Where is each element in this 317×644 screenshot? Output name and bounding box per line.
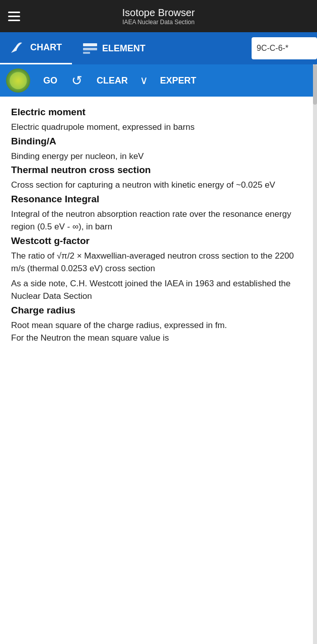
section-title-binding-a: Binding/A [11, 136, 306, 147]
section-title-charge-radius: Charge radius [11, 305, 306, 316]
tab-element-label: ELEMENT [102, 43, 145, 54]
app-title: Isotope Browser [122, 7, 195, 19]
section-westcott-note: As a side note, C.H. Westcott joined the… [11, 277, 306, 303]
section-title-resonance: Resonance Integral [11, 194, 306, 205]
section-electric-moment: Electric moment Electric quadrupole mome… [11, 107, 306, 134]
section-desc-resonance: Integral of the neutron absorption react… [11, 208, 306, 233]
app-subtitle: IAEA Nuclear Data Section [122, 19, 195, 26]
svg-rect-2 [83, 52, 90, 54]
tab-element[interactable]: ELEMENT [72, 32, 155, 64]
clear-button[interactable]: CLEAR [90, 64, 135, 97]
go-button[interactable]: GO [36, 64, 64, 97]
element-tab-icon [82, 42, 98, 54]
search-input[interactable] [257, 44, 312, 53]
section-binding-a: Binding/A Binding energy per nucleon, in… [11, 136, 306, 163]
section-desc-westcott: The ratio of √π/2 × Maxwellian-averaged … [11, 250, 306, 275]
section-title-thermal-neutron: Thermal neutron cross section [11, 165, 306, 176]
svg-rect-0 [83, 43, 97, 46]
svg-rect-1 [83, 48, 97, 50]
app-bar: Isotope Browser IAEA Nuclear Data Sectio… [0, 0, 317, 32]
refresh-icon[interactable]: ↺ [66, 64, 88, 97]
chart-tab-icon [10, 41, 26, 55]
section-resonance-integral: Resonance Integral Integral of the neutr… [11, 194, 306, 233]
tab-chart[interactable]: CHART [0, 32, 72, 64]
content-area: Electric moment Electric quadrupole mome… [0, 97, 317, 362]
section-desc-westcott-note: As a side note, C.H. Westcott joined the… [11, 277, 306, 303]
section-westcott: Westcott g-factor The ratio of √π/2 × Ma… [11, 235, 306, 275]
tab-chart-label: CHART [30, 42, 62, 53]
expert-button[interactable]: EXPERT [153, 64, 203, 97]
action-bar: GO ↺ CLEAR ∨ EXPERT [0, 64, 317, 97]
section-desc-thermal-neutron: Cross section for capturing a neutron wi… [11, 179, 306, 192]
search-container[interactable] [252, 37, 317, 59]
scroll-thumb[interactable] [313, 64, 317, 105]
menu-icon[interactable] [8, 12, 20, 21]
section-desc-electric-moment: Electric quadrupole moment, expressed in… [11, 121, 306, 134]
scroll-track [313, 64, 317, 362]
app-bar-title: Isotope Browser IAEA Nuclear Data Sectio… [122, 7, 195, 26]
chevron-down-icon[interactable]: ∨ [137, 74, 151, 87]
tab-bar: CHART ELEMENT [0, 32, 317, 64]
section-title-electric-moment: Electric moment [11, 107, 306, 118]
section-desc-charge-radius: Root mean square of the charge radius, e… [11, 319, 306, 345]
section-thermal-neutron: Thermal neutron cross section Cross sect… [11, 165, 306, 192]
nucleus-icon [6, 68, 30, 93]
section-title-westcott: Westcott g-factor [11, 235, 306, 247]
section-desc-binding-a: Binding energy per nucleon, in keV [11, 150, 306, 163]
section-charge-radius: Charge radius Root mean square of the ch… [11, 305, 306, 345]
